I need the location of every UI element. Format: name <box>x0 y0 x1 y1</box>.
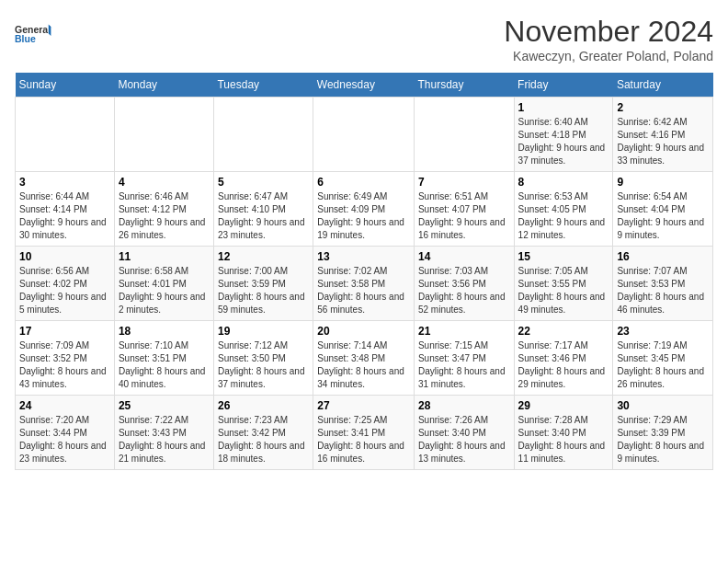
week-row-2: 3Sunrise: 6:44 AM Sunset: 4:14 PM Daylig… <box>16 172 713 247</box>
calendar-cell <box>114 98 213 172</box>
day-info: Sunrise: 6:40 AM Sunset: 4:18 PM Dayligh… <box>518 116 609 167</box>
day-number: 12 <box>218 250 309 263</box>
day-info: Sunrise: 6:54 AM Sunset: 4:04 PM Dayligh… <box>617 190 709 242</box>
calendar-cell <box>313 98 415 172</box>
col-header-saturday: Saturday <box>613 73 713 98</box>
calendar-cell: 10Sunrise: 6:56 AM Sunset: 4:02 PM Dayli… <box>16 247 115 321</box>
day-info: Sunrise: 7:12 AM Sunset: 3:50 PM Dayligh… <box>218 339 309 391</box>
day-number: 3 <box>19 176 110 189</box>
day-info: Sunrise: 7:14 AM Sunset: 3:48 PM Dayligh… <box>317 339 410 391</box>
day-info: Sunrise: 7:25 AM Sunset: 3:41 PM Dayligh… <box>317 414 410 465</box>
day-number: 21 <box>418 325 510 338</box>
calendar-cell: 18Sunrise: 7:10 AM Sunset: 3:51 PM Dayli… <box>114 321 213 396</box>
calendar-cell: 30Sunrise: 7:29 AM Sunset: 3:39 PM Dayli… <box>613 396 713 470</box>
calendar-cell: 6Sunrise: 6:49 AM Sunset: 4:09 PM Daylig… <box>313 172 415 247</box>
calendar-cell: 25Sunrise: 7:22 AM Sunset: 3:43 PM Dayli… <box>114 396 213 470</box>
day-number: 17 <box>19 325 110 338</box>
day-number: 20 <box>317 325 410 338</box>
day-info: Sunrise: 7:07 AM Sunset: 3:53 PM Dayligh… <box>617 265 709 316</box>
calendar-table: SundayMondayTuesdayWednesdayThursdayFrid… <box>15 73 713 470</box>
day-info: Sunrise: 7:09 AM Sunset: 3:52 PM Dayligh… <box>19 339 110 391</box>
header-row: SundayMondayTuesdayWednesdayThursdayFrid… <box>16 73 713 98</box>
day-info: Sunrise: 6:47 AM Sunset: 4:10 PM Dayligh… <box>218 190 309 242</box>
day-info: Sunrise: 6:51 AM Sunset: 4:07 PM Dayligh… <box>418 190 510 242</box>
title-area: November 2024 Kaweczyn, Greater Poland, … <box>504 15 713 63</box>
calendar-cell <box>213 98 313 172</box>
day-info: Sunrise: 6:53 AM Sunset: 4:05 PM Dayligh… <box>518 190 609 242</box>
day-info: Sunrise: 6:46 AM Sunset: 4:12 PM Dayligh… <box>119 190 210 242</box>
day-number: 27 <box>317 399 410 412</box>
day-info: Sunrise: 7:28 AM Sunset: 3:40 PM Dayligh… <box>518 414 609 465</box>
calendar-cell: 16Sunrise: 7:07 AM Sunset: 3:53 PM Dayli… <box>613 247 713 321</box>
svg-text:Blue: Blue <box>15 33 36 44</box>
col-header-tuesday: Tuesday <box>213 73 313 98</box>
day-number: 26 <box>218 399 309 412</box>
day-number: 28 <box>418 399 510 412</box>
calendar-cell: 8Sunrise: 6:53 AM Sunset: 4:05 PM Daylig… <box>514 172 613 247</box>
day-number: 22 <box>518 325 609 338</box>
day-number: 15 <box>518 250 609 263</box>
calendar-cell: 12Sunrise: 7:00 AM Sunset: 3:59 PM Dayli… <box>213 247 313 321</box>
calendar-cell: 17Sunrise: 7:09 AM Sunset: 3:52 PM Dayli… <box>16 321 115 396</box>
calendar-cell: 28Sunrise: 7:26 AM Sunset: 3:40 PM Dayli… <box>414 396 514 470</box>
header: General Blue November 2024 Kaweczyn, Gre… <box>15 15 713 63</box>
day-info: Sunrise: 7:19 AM Sunset: 3:45 PM Dayligh… <box>617 339 709 391</box>
day-number: 29 <box>518 399 609 412</box>
col-header-monday: Monday <box>114 73 213 98</box>
day-info: Sunrise: 6:42 AM Sunset: 4:16 PM Dayligh… <box>617 116 709 167</box>
day-info: Sunrise: 6:44 AM Sunset: 4:14 PM Dayligh… <box>19 190 110 242</box>
day-number: 30 <box>617 399 709 412</box>
calendar-cell: 4Sunrise: 6:46 AM Sunset: 4:12 PM Daylig… <box>114 172 213 247</box>
calendar-cell: 7Sunrise: 6:51 AM Sunset: 4:07 PM Daylig… <box>414 172 514 247</box>
day-info: Sunrise: 7:23 AM Sunset: 3:42 PM Dayligh… <box>218 414 309 465</box>
calendar-cell: 15Sunrise: 7:05 AM Sunset: 3:55 PM Dayli… <box>514 247 613 321</box>
calendar-cell: 3Sunrise: 6:44 AM Sunset: 4:14 PM Daylig… <box>16 172 115 247</box>
calendar-cell: 5Sunrise: 6:47 AM Sunset: 4:10 PM Daylig… <box>213 172 313 247</box>
day-number: 9 <box>617 176 709 189</box>
day-number: 5 <box>218 176 309 189</box>
logo: General Blue <box>15 15 53 53</box>
calendar-cell: 26Sunrise: 7:23 AM Sunset: 3:42 PM Dayli… <box>213 396 313 470</box>
day-number: 8 <box>518 176 609 189</box>
calendar-cell: 27Sunrise: 7:25 AM Sunset: 3:41 PM Dayli… <box>313 396 415 470</box>
day-number: 4 <box>119 176 210 189</box>
day-info: Sunrise: 7:03 AM Sunset: 3:56 PM Dayligh… <box>418 265 510 316</box>
svg-marker-2 <box>49 25 53 37</box>
day-info: Sunrise: 6:58 AM Sunset: 4:01 PM Dayligh… <box>119 265 210 316</box>
day-number: 7 <box>418 176 510 189</box>
day-number: 19 <box>218 325 309 338</box>
day-info: Sunrise: 7:20 AM Sunset: 3:44 PM Dayligh… <box>19 414 110 465</box>
col-header-friday: Friday <box>514 73 613 98</box>
calendar-cell: 29Sunrise: 7:28 AM Sunset: 3:40 PM Dayli… <box>514 396 613 470</box>
col-header-sunday: Sunday <box>16 73 115 98</box>
calendar-cell: 2Sunrise: 6:42 AM Sunset: 4:16 PM Daylig… <box>613 98 713 172</box>
calendar-cell <box>414 98 514 172</box>
calendar-cell: 1Sunrise: 6:40 AM Sunset: 4:18 PM Daylig… <box>514 98 613 172</box>
week-row-1: 1Sunrise: 6:40 AM Sunset: 4:18 PM Daylig… <box>16 98 713 172</box>
logo-svg: General Blue <box>15 15 53 53</box>
calendar-cell: 23Sunrise: 7:19 AM Sunset: 3:45 PM Dayli… <box>613 321 713 396</box>
day-number: 18 <box>119 325 210 338</box>
day-number: 6 <box>317 176 410 189</box>
day-info: Sunrise: 7:29 AM Sunset: 3:39 PM Dayligh… <box>617 414 709 465</box>
day-info: Sunrise: 7:22 AM Sunset: 3:43 PM Dayligh… <box>119 414 210 465</box>
day-info: Sunrise: 7:10 AM Sunset: 3:51 PM Dayligh… <box>119 339 210 391</box>
day-number: 25 <box>119 399 210 412</box>
day-number: 16 <box>617 250 709 263</box>
calendar-cell: 13Sunrise: 7:02 AM Sunset: 3:58 PM Dayli… <box>313 247 415 321</box>
day-number: 2 <box>617 101 709 114</box>
calendar-cell: 14Sunrise: 7:03 AM Sunset: 3:56 PM Dayli… <box>414 247 514 321</box>
month-title: November 2024 <box>504 15 713 49</box>
calendar-cell <box>16 98 115 172</box>
day-info: Sunrise: 7:15 AM Sunset: 3:47 PM Dayligh… <box>418 339 510 391</box>
calendar-cell: 21Sunrise: 7:15 AM Sunset: 3:47 PM Dayli… <box>414 321 514 396</box>
calendar-cell: 11Sunrise: 6:58 AM Sunset: 4:01 PM Dayli… <box>114 247 213 321</box>
week-row-5: 24Sunrise: 7:20 AM Sunset: 3:44 PM Dayli… <box>16 396 713 470</box>
day-info: Sunrise: 7:05 AM Sunset: 3:55 PM Dayligh… <box>518 265 609 316</box>
calendar-cell: 22Sunrise: 7:17 AM Sunset: 3:46 PM Dayli… <box>514 321 613 396</box>
day-number: 10 <box>19 250 110 263</box>
day-number: 14 <box>418 250 510 263</box>
week-row-4: 17Sunrise: 7:09 AM Sunset: 3:52 PM Dayli… <box>16 321 713 396</box>
calendar-cell: 19Sunrise: 7:12 AM Sunset: 3:50 PM Dayli… <box>213 321 313 396</box>
day-info: Sunrise: 7:00 AM Sunset: 3:59 PM Dayligh… <box>218 265 309 316</box>
